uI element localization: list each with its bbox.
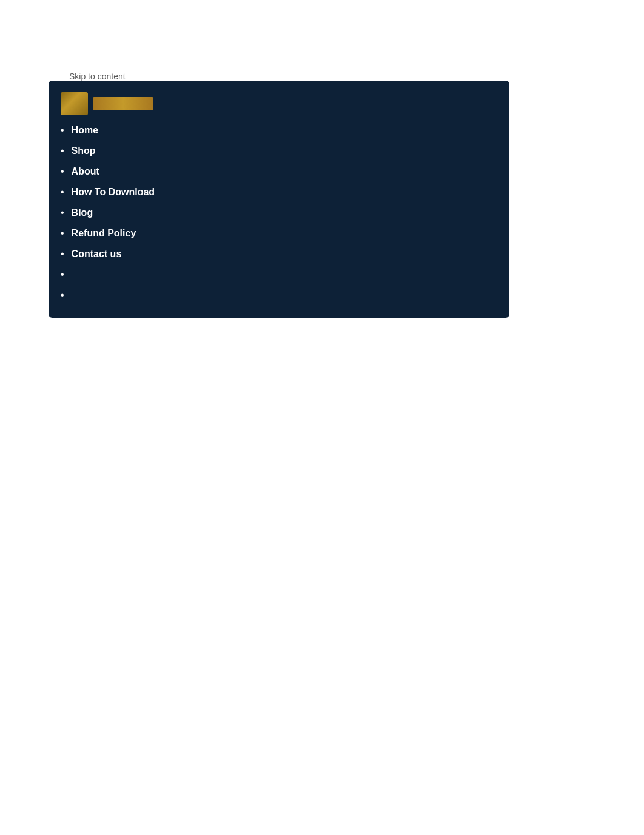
logo-area [49, 90, 509, 120]
nav-link-about[interactable]: About [72, 166, 99, 177]
nav-item-refund-policy[interactable]: Refund Policy [49, 223, 509, 244]
nav-item-home[interactable]: Home [49, 120, 509, 141]
skip-to-content-link[interactable]: Skip to content [69, 72, 126, 81]
nav-item-contact-us[interactable]: Contact us [49, 244, 509, 264]
nav-item-shop[interactable]: Shop [49, 141, 509, 161]
nav-link-refund-policy[interactable]: Refund Policy [72, 228, 136, 239]
nav-item-about[interactable]: About [49, 161, 509, 182]
nav-item-blog[interactable]: Blog [49, 203, 509, 223]
nav-list: HomeShopAboutHow To DownloadBlogRefund P… [49, 120, 509, 306]
logo-image [61, 92, 88, 115]
nav-link-contact-us[interactable]: Contact us [72, 249, 122, 260]
nav-item-empty1 [49, 264, 509, 285]
nav-link-how-to-download[interactable]: How To Download [72, 187, 155, 198]
nav-item-how-to-download[interactable]: How To Download [49, 182, 509, 203]
nav-link-blog[interactable]: Blog [72, 207, 93, 218]
nav-link-home[interactable]: Home [72, 125, 98, 136]
logo-text [93, 97, 153, 110]
nav-container: HomeShopAboutHow To DownloadBlogRefund P… [49, 81, 509, 318]
nav-link-shop[interactable]: Shop [72, 146, 96, 156]
nav-item-empty2 [49, 285, 509, 306]
